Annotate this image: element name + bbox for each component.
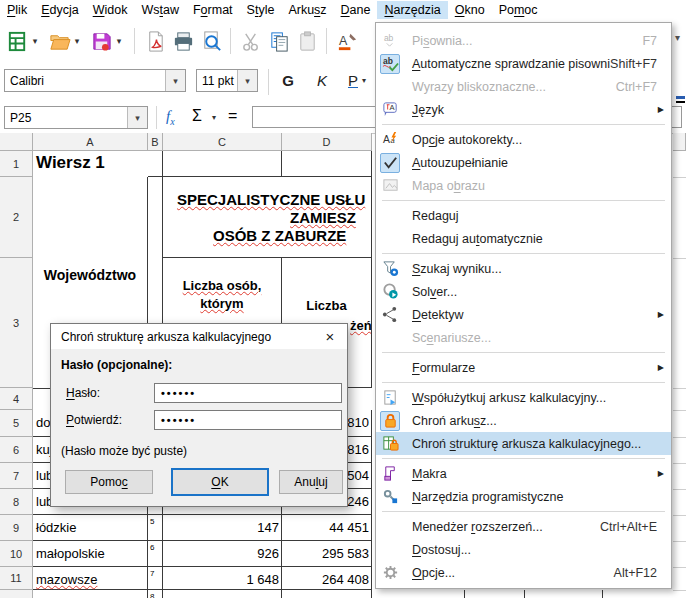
cell-a11-value[interactable]: mazowsze — [33, 567, 148, 590]
menu-item-solver[interactable]: Solver... — [376, 280, 671, 303]
menu-item-redaguj-automatycznie[interactable]: Redaguj automatycznie — [376, 227, 671, 250]
row-header-10[interactable]: 10 — [0, 541, 33, 567]
menu-item-szukaj-wyniku[interactable]: Szukaj wyniku... — [376, 257, 671, 280]
menubar-item-edycja[interactable]: Edycja — [34, 1, 86, 19]
copy-button[interactable] — [266, 28, 292, 54]
menubar-item-format[interactable]: Format — [186, 1, 240, 19]
cell-a12-value[interactable]: opolskie — [33, 590, 148, 598]
column-header-B[interactable]: B — [148, 133, 163, 151]
column-header-C[interactable]: C — [163, 133, 282, 151]
cell-f12-value[interactable]: 600 — [465, 590, 525, 598]
row-header-6[interactable]: 6 — [0, 437, 33, 463]
cell-b10-value[interactable]: 6 — [148, 541, 163, 567]
menubar-item-widok[interactable]: Widok — [86, 1, 135, 19]
cell-c11-value[interactable]: 1 648 — [163, 567, 282, 590]
menu-item-redaguj[interactable]: Redaguj — [376, 204, 671, 227]
cell-C1[interactable] — [163, 151, 282, 177]
chevron-down-icon[interactable]: ▾ — [30, 36, 40, 46]
equals-icon[interactable]: = — [228, 107, 237, 125]
cell-a10-value[interactable]: małopolskie — [33, 541, 148, 567]
menu-item-formularze[interactable]: Formularze▶ — [376, 356, 671, 379]
italic-button[interactable]: K — [310, 68, 334, 92]
row-header-2[interactable]: 2 — [0, 177, 33, 258]
cell-a9-value[interactable]: łódzkie — [33, 515, 148, 541]
menu-item-automatyczne-sprawdzanie-pisowni[interactable]: abAutomatyczne sprawdzanie pisowniShift+… — [376, 52, 671, 75]
row-header-5[interactable]: 5 — [0, 410, 33, 437]
cell-a1[interactable]: Wiersz 1 — [33, 151, 148, 177]
print-preview-button[interactable] — [198, 28, 224, 54]
open-button[interactable] — [46, 28, 72, 54]
cell-c10-value[interactable]: 926 — [163, 541, 282, 567]
menubar-item-arkusz[interactable]: Arkusz — [281, 1, 333, 19]
export-pdf-button[interactable] — [142, 28, 168, 54]
menu-item-chroń-arkusz[interactable]: Chroń arkusz... — [376, 409, 671, 432]
row-header-4[interactable]: 4 — [0, 388, 33, 410]
menubar-item-okno[interactable]: Okno — [448, 1, 492, 19]
cell-D1[interactable] — [282, 151, 372, 177]
menu-item-opcje-autokorekty[interactable]: AaOpcje autokorekty... — [376, 128, 671, 151]
chevron-down-icon[interactable]: ▾ — [165, 70, 185, 91]
row-header-8[interactable]: 8 — [0, 489, 33, 515]
row-header-1[interactable]: 1 — [0, 151, 33, 177]
sum-dropdown-arrow[interactable]: ▾ — [212, 113, 216, 122]
chevron-down-icon[interactable]: ▾ — [114, 36, 124, 46]
row-header-9[interactable]: 9 — [0, 515, 33, 541]
toolbar-overflow-icon[interactable]: ▾ — [675, 32, 680, 43]
font-name-combobox[interactable]: Calibri ▾ — [4, 69, 186, 92]
confirm-field[interactable]: •••••• — [154, 410, 342, 430]
close-icon[interactable]: × — [317, 324, 343, 349]
menu-item-dostosuj[interactable]: Dostosuj... — [376, 538, 671, 561]
cell-c12-value[interactable]: 694 — [163, 590, 282, 598]
cell-d11-value[interactable]: 264 408 — [282, 567, 372, 590]
menubar-item-wstaw[interactable]: Wstaw — [134, 1, 186, 19]
cell-b9-value[interactable]: 5 — [148, 515, 163, 541]
menubar-item-plik[interactable]: Plik — [0, 1, 34, 19]
cell-B1[interactable] — [148, 151, 163, 177]
help-button[interactable]: Pomoc — [65, 470, 153, 494]
column-header-A[interactable]: A — [33, 133, 148, 151]
print-button[interactable] — [170, 28, 196, 54]
row-header-12[interactable]: 12 — [0, 590, 33, 598]
chevron-down-icon[interactable]: ▾ — [237, 70, 257, 91]
dialog-titlebar[interactable]: Chroń strukturę arkusza kalkulacyjnego — [51, 324, 347, 349]
cancel-button[interactable]: Anuluj — [279, 470, 343, 494]
clone-formatting-button[interactable]: A — [334, 28, 360, 54]
select-all-corner[interactable] — [0, 133, 33, 151]
menu-item-narzędzia-programistyczne[interactable]: Narzędzia programistyczne — [376, 485, 671, 508]
name-box[interactable]: P25 ▾ — [4, 106, 148, 129]
menubar-item-dane[interactable]: Dane — [334, 1, 378, 19]
menubar-item-pomoc[interactable]: Pomoc — [492, 1, 545, 19]
cell-title-merged[interactable]: SPECJALISTYCZNE USŁUZAMIESZOSÓB Z ZABURZ… — [163, 177, 372, 258]
bold-button[interactable]: G — [276, 68, 300, 92]
function-wizard-icon[interactable]: fx — [166, 108, 175, 127]
menu-item-detektyw[interactable]: Detektyw▶ — [376, 303, 671, 326]
menu-item-autouzupełnianie[interactable]: Autouzupełnianie — [376, 151, 671, 174]
cell-c9-value[interactable]: 147 — [163, 515, 282, 541]
cell-b11-value[interactable]: 7 — [148, 567, 163, 590]
save-button[interactable] — [88, 28, 114, 54]
row-header-11[interactable]: 11 — [0, 567, 33, 590]
column-header-D[interactable]: D — [282, 133, 372, 151]
chevron-down-icon[interactable]: ▾ — [127, 107, 147, 128]
menu-item-współużytkuj-arkusz-kalkulacyjny[interactable]: Współużytkuj arkusz kalkulacyjny... — [376, 386, 671, 409]
font-size-combobox[interactable]: 11 pkt ▾ — [196, 69, 258, 92]
underline-dropdown-arrow[interactable]: ▾ — [362, 76, 366, 85]
new-spreadsheet-button[interactable] — [4, 28, 30, 54]
chevron-down-icon[interactable]: ▾ — [72, 36, 82, 46]
cell-d9-value[interactable]: 44 451 — [282, 515, 372, 541]
cell-g12-value[interactable]: 1 770 — [525, 590, 603, 598]
cell-e12-value[interactable]: 4 989 495 — [372, 590, 465, 598]
row-header-3[interactable]: 3 — [0, 258, 33, 388]
menu-item-chroń-strukturę-arkusza-kalkulacyjnego[interactable]: Chroń strukturę arkusza kalkulacyjnego..… — [376, 432, 671, 455]
column-header-partial[interactable] — [673, 133, 686, 151]
menubar-item-style[interactable]: Style — [240, 1, 282, 19]
menu-item-makra[interactable]: Makra▶ — [376, 462, 671, 485]
menu-item-menedżer-rozszerzeń[interactable]: Menedżer rozszerzeń...Ctrl+Alt+E — [376, 515, 671, 538]
sum-icon[interactable]: Σ — [192, 107, 202, 125]
cell-b12-value[interactable]: 8 — [148, 590, 163, 598]
ok-button[interactable]: OK — [171, 468, 269, 496]
menubar-item-narzędzia[interactable]: Narzędzia — [377, 1, 447, 19]
row-header-7[interactable]: 7 — [0, 463, 33, 489]
cell-d12-value[interactable]: 149 154 — [282, 590, 372, 598]
password-field[interactable]: •••••• — [154, 383, 342, 403]
